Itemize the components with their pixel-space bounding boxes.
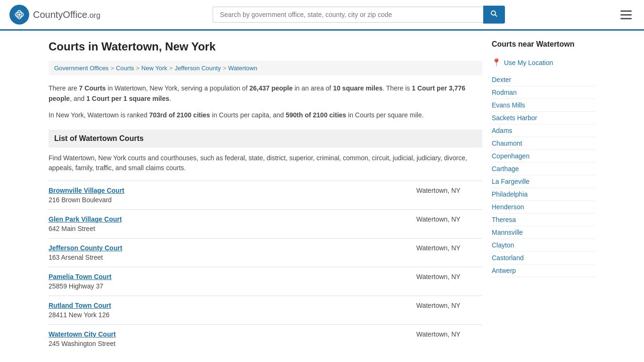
nearby-link[interactable]: Castorland: [492, 252, 595, 264]
rank2: 590th of 2100 cities: [286, 111, 346, 119]
court-name-link[interactable]: Brownville Village Court: [49, 187, 407, 194]
court-name-link[interactable]: Pamelia Town Court: [49, 273, 407, 280]
breadcrumb-link-watertown[interactable]: Watertown: [228, 65, 257, 72]
search-button[interactable]: [483, 6, 505, 24]
breadcrumb-sep-3: >: [169, 65, 173, 72]
table-row: Pamelia Town Court 25859 Highway 37 Wate…: [49, 267, 482, 296]
logo-name: CountyOffice: [33, 9, 87, 20]
breadcrumb: Government Offices > Courts > New York >…: [49, 61, 482, 75]
population: 26,437 people: [249, 84, 293, 92]
court-city: Watertown, NY: [407, 330, 482, 338]
court-city: Watertown, NY: [407, 215, 482, 223]
area: 10 square miles: [333, 84, 382, 92]
nearby-link[interactable]: Carthage: [492, 163, 595, 175]
nearby-link[interactable]: Rodman: [492, 86, 595, 99]
find-text: Find Watertown, New York courts and cour…: [49, 153, 482, 173]
nearby-link[interactable]: La Fargeville: [492, 175, 595, 188]
court-address: 163 Arsenal Street: [49, 254, 103, 261]
table-row: Jefferson County Court 163 Arsenal Stree…: [49, 238, 482, 267]
nearby-link[interactable]: Theresa: [492, 214, 595, 226]
breadcrumb-sep-2: >: [136, 65, 140, 72]
use-my-location-link[interactable]: 📍 Use My Location: [492, 58, 595, 67]
breadcrumb-sep-1: >: [110, 65, 114, 72]
court-name-link[interactable]: Rutland Town Court: [49, 302, 407, 309]
page-title: Courts in Watertown, New York: [49, 40, 482, 53]
nearby-link[interactable]: Philadelphia: [492, 188, 595, 201]
court-name-link[interactable]: Watertown City Court: [49, 330, 407, 338]
search-area: [213, 6, 505, 24]
breadcrumb-link-ny[interactable]: New York: [141, 65, 167, 72]
nearby-link[interactable]: Clayton: [492, 239, 595, 252]
per-mile: 1 Court per 1 square miles: [86, 95, 169, 102]
rank1: 703rd of 2100 cities: [149, 111, 210, 119]
sidebar: Courts near Watertown 📍 Use My Location …: [492, 40, 595, 353]
logo-suffix: .org: [87, 11, 100, 19]
table-row: Rutland Town Court 28411 New York 126 Wa…: [49, 296, 482, 324]
nearby-link[interactable]: Chaumont: [492, 137, 595, 150]
logo-area: CountyOffice.org: [9, 5, 100, 25]
table-row: Brownville Village Court 216 Brown Boule…: [49, 181, 482, 209]
nearby-link[interactable]: Henderson: [492, 201, 595, 214]
nearby-link[interactable]: Adams: [492, 124, 595, 137]
breadcrumb-sep-4: >: [223, 65, 226, 72]
court-info: Glen Park Village Court 642 Main Street: [49, 215, 407, 232]
court-address: 642 Main Street: [49, 225, 95, 232]
table-row: Glen Park Village Court 642 Main Street …: [49, 209, 482, 238]
court-info: Jefferson County Court 163 Arsenal Stree…: [49, 244, 407, 261]
nearby-link[interactable]: Evans Mills: [492, 99, 595, 112]
svg-point-4: [18, 14, 21, 16]
description: There are 7 Courts in Watertown, New Yor…: [49, 83, 482, 104]
court-city: Watertown, NY: [407, 273, 482, 280]
list-heading: List of Watertown Courts: [49, 130, 482, 148]
svg-point-5: [491, 11, 495, 15]
court-name-link[interactable]: Jefferson County Court: [49, 244, 407, 252]
nearby-link[interactable]: Dexter: [492, 74, 595, 86]
breadcrumb-link-jefferson[interactable]: Jefferson County: [174, 65, 221, 72]
court-address: 245 Washington Street: [49, 340, 116, 347]
location-icon: 📍: [492, 58, 501, 67]
search-input[interactable]: [213, 7, 483, 23]
breadcrumb-link-courts[interactable]: Courts: [116, 65, 134, 72]
nearby-link[interactable]: Mannsville: [492, 226, 595, 239]
nearby-link[interactable]: Sackets Harbor: [492, 112, 595, 124]
logo-text: CountyOffice.org: [33, 9, 100, 20]
nearby-link[interactable]: Antwerp: [492, 264, 595, 277]
table-row: Watertown City Court 245 Washington Stre…: [49, 324, 482, 353]
court-city: Watertown, NY: [407, 302, 482, 309]
sidebar-title: Courts near Watertown: [492, 40, 595, 50]
courts-list: Brownville Village Court 216 Brown Boule…: [49, 181, 482, 353]
court-name-link[interactable]: Glen Park Village Court: [49, 215, 407, 223]
main-container: Courts in Watertown, New York Government…: [39, 31, 605, 353]
court-city: Watertown, NY: [407, 187, 482, 194]
use-location-label: Use My Location: [504, 59, 553, 66]
menu-button[interactable]: [618, 8, 635, 22]
court-info: Brownville Village Court 216 Brown Boule…: [49, 187, 407, 204]
court-info: Watertown City Court 245 Washington Stre…: [49, 330, 407, 347]
court-city: Watertown, NY: [407, 244, 482, 252]
court-address: 28411 New York 126: [49, 311, 109, 319]
courts-count: 7 Courts: [79, 84, 106, 92]
logo-icon: [9, 5, 29, 25]
court-info: Pamelia Town Court 25859 Highway 37: [49, 273, 407, 290]
content-area: Courts in Watertown, New York Government…: [49, 40, 482, 353]
svg-line-6: [495, 15, 497, 16]
court-info: Rutland Town Court 28411 New York 126: [49, 302, 407, 319]
court-address: 25859 Highway 37: [49, 282, 103, 290]
nearby-link[interactable]: Copenhagen: [492, 150, 595, 163]
court-address: 216 Brown Boulevard: [49, 196, 112, 204]
ranking: In New York, Watertown is ranked 703rd o…: [49, 110, 482, 120]
header: CountyOffice.org: [0, 0, 644, 31]
breadcrumb-link-gov[interactable]: Government Offices: [54, 65, 108, 72]
